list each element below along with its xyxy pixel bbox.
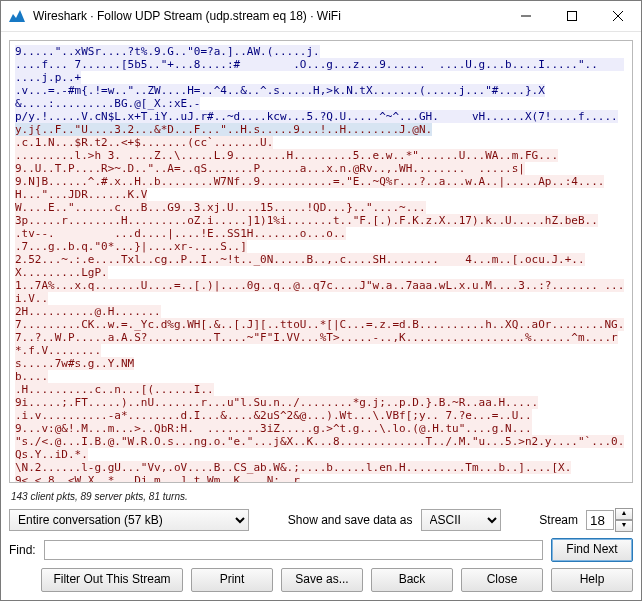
print-button[interactable]: Print [191,568,273,592]
conversation-select[interactable]: Entire conversation (57 kB) [9,509,249,531]
controls-area: Entire conversation (57 kB) Show and sav… [1,504,641,600]
stream-line[interactable]: 7..?..W.P.....a.A.S?..........T....~"F"I… [15,331,618,357]
stream-line[interactable]: .7...g..b.q."0*...}|....xr-....S..] [15,240,247,253]
close-stream-button[interactable]: Close [461,568,543,592]
title-bar: Wireshark · Follow UDP Stream (udp.strea… [1,1,641,32]
filter-out-button[interactable]: Filter Out This Stream [41,568,183,592]
window-title: Wireshark · Follow UDP Stream (udp.strea… [33,9,503,23]
stream-line[interactable]: ....f... 7......[5b5.."+...8....:# .O...… [15,58,624,84]
stream-line[interactable]: 1..7A%...x.q.......U....=..[.)|....0g..q… [15,279,624,305]
stream-up-button[interactable]: ▲ [615,508,633,520]
show-save-label: Show and save data as [288,513,413,527]
stream-line[interactable]: 9i.....;.FT.....)..nU.......r...u"l.Su.n… [15,396,538,409]
stream-line[interactable]: .tv--. ...d....|....!E..SS1H.......o...o… [15,227,346,240]
stream-line[interactable]: 9...v:@&!.M...m...>..QbR:H. ........3iZ.… [15,422,532,435]
stream-line[interactable]: .v...=.-#m{.!=w.."..ZW....H=..^4..&..^.s… [15,84,545,110]
stream-line[interactable]: s.....7w#s.g..Y.NM [15,357,134,370]
find-label: Find: [9,543,36,557]
help-button[interactable]: Help [551,568,633,592]
stream-line[interactable]: \N.2......l-g.gU..."Vv,.oV....B..CS_ab.W… [15,461,571,474]
back-button[interactable]: Back [371,568,453,592]
stream-line[interactable]: 9.N]B......^.#.x..H..b........W7Nf..9...… [15,175,604,201]
stream-line[interactable]: p/y.!.....V.cN$L.x+T.iY..uJ.r#..~d....kc… [15,110,618,123]
stream-line[interactable]: 9....."..xWSr....?t%.9.G.."0=?a.]..AW.(.… [15,45,320,58]
stream-line[interactable]: .i.v..........-a*........d.I...&....&2uS… [15,409,532,422]
stream-label: Stream [539,513,578,527]
find-next-button[interactable]: Find Next [551,538,633,562]
stream-spinner: ▲ ▼ [586,508,633,532]
stream-line[interactable]: b.... [15,370,48,383]
show-save-select[interactable]: ASCII [421,509,501,531]
stream-line[interactable]: .H..........c..n...[(......I.. [15,383,214,396]
stream-down-button[interactable]: ▼ [615,520,633,532]
svg-rect-1 [568,12,577,21]
stream-line[interactable]: 2H..........@.H....... [15,305,161,318]
wireshark-icon [9,8,25,24]
maximize-button[interactable] [549,1,595,31]
stream-text[interactable]: 9....."..xWSr....?t%.9.G.."0=?a.]..AW.(.… [15,45,627,483]
stream-number-input[interactable] [586,510,614,530]
app-window: Wireshark · Follow UDP Stream (udp.strea… [0,0,642,601]
minimize-button[interactable] [503,1,549,31]
stream-line[interactable]: 2.52...~.:.e....Txl..cg..P..I..~!t.._0N.… [15,253,585,279]
stream-line[interactable]: "s./<.@...I.B.@."W.R.O.s...ng.o."e."...j… [15,435,624,461]
stream-line[interactable]: 9..U..T.P....R>~.D.."..A=..qS.......P...… [15,162,525,175]
save-as-button[interactable]: Save as... [281,568,363,592]
stream-line[interactable]: .........l.>h 3. ....Z..\.....L.9.......… [15,149,558,162]
stream-line[interactable]: W....E.."......c...B...G9..3.xj.U....15.… [15,201,426,214]
stream-line[interactable]: y.j{..F.."U....3.2...&*D...F..."..H.s...… [15,123,432,136]
stream-line[interactable]: 3p.....r........H.........oZ.i.....]1)1%… [15,214,598,227]
packet-summary: 143 client pkts, 89 server pkts, 81 turn… [1,491,641,504]
window-buttons [503,1,641,31]
stream-line[interactable]: 9<.<.8..<W.X..*...Dj.m...].t.Wm..K....N;… [15,474,300,483]
close-button[interactable] [595,1,641,31]
stream-line[interactable]: 7.........CK..w.=._Yc.d%g.WH[.&..[.J][..… [15,318,624,331]
find-input[interactable] [44,540,543,560]
stream-content[interactable]: 9....."..xWSr....?t%.9.G.."0=?a.]..AW.(.… [9,40,633,483]
stream-line[interactable]: .c.1.N...$R.t2..<+$.......(cc`.......U. [15,136,273,149]
